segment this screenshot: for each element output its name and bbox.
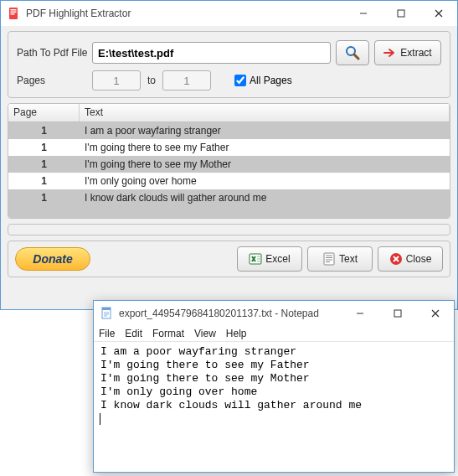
- close-window-button[interactable]: [419, 1, 457, 26]
- excel-label: Excel: [265, 253, 290, 265]
- svg-rect-28: [394, 310, 401, 317]
- close-label: Close: [406, 253, 432, 265]
- extract-label: Extract: [400, 47, 431, 59]
- svg-rect-2: [11, 12, 17, 13]
- notepad-minimize-button[interactable]: [341, 301, 378, 326]
- close-button[interactable]: Close: [378, 246, 443, 272]
- menu-view[interactable]: View: [194, 328, 216, 339]
- cell-text: I am a poor wayfaring stranger: [80, 125, 450, 137]
- svg-rect-13: [257, 261, 260, 262]
- path-input[interactable]: [92, 42, 331, 64]
- all-pages-label: All Pages: [250, 75, 292, 86]
- cell-page: 1: [8, 125, 80, 137]
- text-button[interactable]: Text: [307, 246, 373, 272]
- titlebar: PDF Highlight Extractor: [1, 1, 457, 26]
- cell-page: 1: [8, 175, 80, 187]
- main-window: PDF Highlight Extractor Path To Pdf File…: [0, 0, 458, 310]
- spacer-panel: [8, 224, 450, 235]
- table-row[interactable]: 1I'm going there to see my Mother: [8, 156, 450, 173]
- window-title: PDF Highlight Extractor: [26, 8, 344, 19]
- search-icon: [345, 45, 360, 60]
- cell-page: 1: [8, 192, 80, 204]
- maximize-button[interactable]: [382, 1, 419, 26]
- svg-rect-12: [257, 258, 260, 260]
- path-label: Path To Pdf File: [17, 47, 92, 59]
- table-row[interactable]: 1I am a poor wayfaring stranger: [8, 122, 450, 139]
- svg-rect-5: [398, 10, 404, 17]
- form-panel: Path To Pdf File Extract Pages to All Pa…: [8, 31, 450, 98]
- browse-button[interactable]: [336, 40, 369, 65]
- notepad-window-controls: [341, 301, 454, 326]
- table-row-empty: [8, 206, 450, 219]
- excel-icon: [249, 252, 262, 266]
- notepad-title: export_4495479684180201137.txt - Notepad: [119, 308, 341, 319]
- svg-rect-3: [11, 13, 15, 15]
- app-icon: [8, 7, 21, 20]
- donate-button[interactable]: Donate: [15, 247, 90, 271]
- notepad-icon: [100, 307, 114, 320]
- results-table: Page Text 1I am a poor wayfaring strange…: [8, 103, 450, 219]
- notepad-maximize-button[interactable]: [378, 301, 416, 326]
- notepad-close-button[interactable]: [416, 301, 454, 326]
- arrow-right-icon: [383, 48, 397, 58]
- th-text[interactable]: Text: [80, 104, 450, 122]
- page-to-input[interactable]: [162, 70, 211, 91]
- svg-rect-23: [102, 308, 111, 310]
- cell-text: I'm going there to see my Mother: [80, 158, 450, 170]
- menu-format[interactable]: Format: [152, 328, 184, 339]
- page-from-input[interactable]: [92, 70, 141, 91]
- menu-edit[interactable]: Edit: [125, 328, 142, 339]
- text-file-icon: [322, 252, 336, 266]
- notepad-menu: File Edit Format View Help: [94, 326, 454, 341]
- table-header: Page Text: [8, 104, 450, 122]
- table-row[interactable]: 1I'm only going over home: [8, 173, 450, 189]
- menu-help[interactable]: Help: [226, 328, 247, 339]
- notepad-titlebar: export_4495479684180201137.txt - Notepad: [94, 301, 454, 326]
- footer-panel: Donate Excel Text Close: [8, 241, 450, 277]
- text-caret: [100, 413, 100, 425]
- cell-text: I know dark clouds will gather around me: [80, 192, 450, 204]
- cell-page: 1: [8, 158, 80, 170]
- svg-rect-14: [324, 253, 334, 265]
- table-row[interactable]: 1I'm going there to see my Father: [8, 139, 450, 156]
- menu-file[interactable]: File: [99, 328, 115, 339]
- minimize-button[interactable]: [344, 1, 382, 26]
- all-pages-check-input[interactable]: [234, 75, 246, 86]
- table-body: 1I am a poor wayfaring stranger1I'm goin…: [8, 122, 450, 206]
- svg-rect-1: [11, 9, 17, 11]
- excel-button[interactable]: Excel: [237, 246, 302, 272]
- table-row[interactable]: 1I know dark clouds will gather around m…: [8, 189, 450, 206]
- donate-label: Donate: [33, 252, 72, 266]
- cell-text: I'm going there to see my Father: [80, 142, 450, 153]
- svg-line-9: [354, 54, 358, 59]
- extract-button[interactable]: Extract: [374, 40, 441, 65]
- pages-label: Pages: [17, 75, 92, 86]
- svg-rect-11: [257, 256, 260, 257]
- notepad-text-area[interactable]: I am a poor wayfaring stranger I'm going…: [94, 341, 454, 429]
- th-page[interactable]: Page: [8, 104, 80, 122]
- notepad-window: export_4495479684180201137.txt - Notepad…: [93, 300, 455, 473]
- cell-page: 1: [8, 142, 80, 153]
- text-label: Text: [339, 253, 358, 265]
- cell-text: I'm only going over home: [80, 175, 450, 187]
- all-pages-checkbox[interactable]: All Pages: [234, 75, 292, 86]
- window-controls: [344, 1, 457, 26]
- close-icon: [389, 252, 403, 266]
- to-label: to: [147, 75, 156, 86]
